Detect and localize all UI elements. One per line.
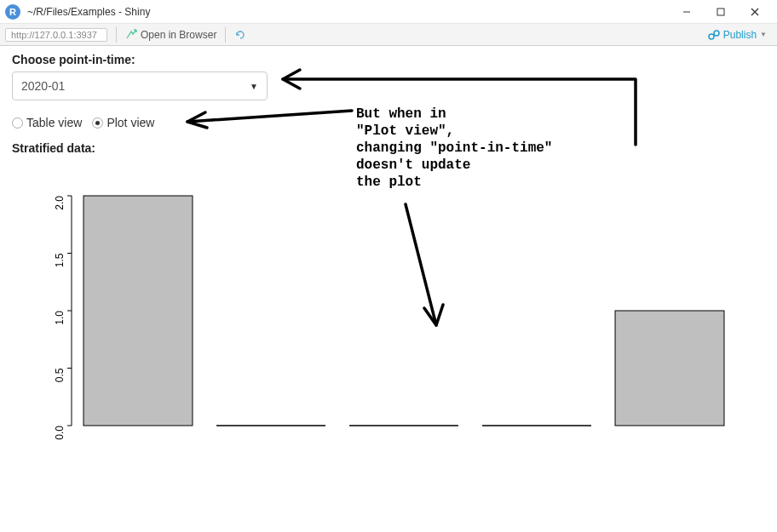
radio-table-label: Table view [26,116,82,129]
publish-label: Publish [723,29,757,41]
publish-icon [708,29,720,41]
refresh-button[interactable] [229,26,251,44]
svg-text:0.0: 0.0 [54,426,66,440]
point-in-time-select[interactable]: 2020-01 ▼ [12,72,268,100]
app-icon: R [5,4,20,20]
plot-area: 0.00.51.01.52.0 [12,170,753,460]
separator [116,27,117,43]
close-button[interactable] [738,0,772,24]
svg-rect-1 [717,9,724,15]
radio-icon [12,117,23,129]
titlebar: R ~/R/Files/Examples - Shiny [0,0,777,24]
content-area: Choose point-in-time: 2020-01 ▼ Table vi… [0,46,777,460]
chevron-down-icon: ▼ [250,82,258,91]
svg-point-5 [714,31,719,36]
minimize-button[interactable] [670,0,704,24]
stratified-label: Stratified data: [12,141,765,155]
minimize-icon [682,8,691,16]
svg-text:2.0: 2.0 [54,196,66,210]
chevron-down-icon: ▼ [760,31,767,38]
radio-table-view[interactable]: Table view [12,116,82,129]
maximize-icon [717,8,725,16]
svg-point-4 [709,34,714,39]
refresh-icon [234,29,246,41]
toolbar: http://127.0.0.1:3937 Open in Browser Pu… [0,24,777,46]
view-radio-group: Table view Plot view [12,116,765,129]
close-icon [751,8,759,16]
open-in-browser-label: Open in Browser [141,29,216,41]
window-title: ~/R/Files/Examples - Shiny [27,6,670,18]
maximize-button[interactable] [704,0,738,24]
svg-text:1.5: 1.5 [54,253,66,267]
open-in-browser-button[interactable]: Open in Browser [120,26,222,44]
separator [225,27,226,43]
svg-text:1.0: 1.0 [54,311,66,325]
radio-icon [92,117,103,129]
publish-button[interactable]: Publish ▼ [703,29,772,41]
browser-icon [125,29,137,41]
radio-plot-label: Plot view [106,116,154,129]
svg-rect-21 [615,311,724,426]
choose-label: Choose point-in-time: [12,53,765,66]
select-value: 2020-01 [21,79,65,93]
bar-chart: 0.00.51.01.52.0 [12,170,753,460]
url-field[interactable]: http://127.0.0.1:3937 [5,28,107,42]
radio-plot-view[interactable]: Plot view [92,116,154,129]
svg-text:0.5: 0.5 [54,368,66,382]
svg-rect-17 [83,196,193,426]
